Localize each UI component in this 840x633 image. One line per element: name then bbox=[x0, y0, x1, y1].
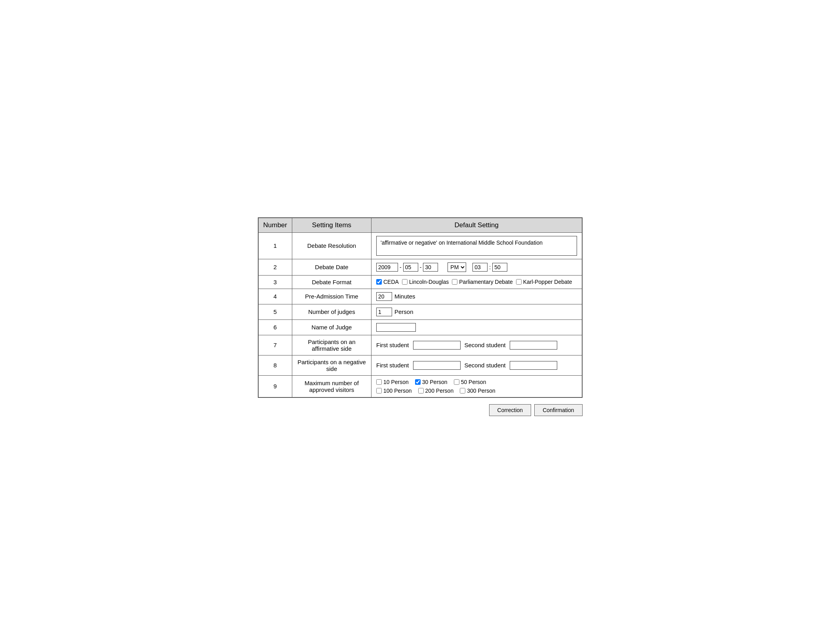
format-ceda-text: CEDA bbox=[383, 279, 399, 285]
row-1-value: 'affirmative or negative' on Internation… bbox=[371, 232, 582, 259]
visitor-50-label[interactable]: 50 Person bbox=[454, 379, 486, 385]
visitor-300-text: 300 Person bbox=[467, 388, 495, 394]
pre-admission-input[interactable] bbox=[376, 292, 392, 301]
page-wrapper: Number Setting Items Default Setting 1 D… bbox=[242, 201, 598, 432]
row-4-value: Minutes bbox=[371, 289, 582, 304]
affirmative-first-label: First student bbox=[376, 342, 409, 348]
format-kp-label[interactable]: Karl-Popper Debate bbox=[516, 279, 572, 285]
row-1-number: 1 bbox=[258, 232, 292, 259]
table-row: 2 Debate Date - - PM AM bbox=[258, 259, 582, 275]
negative-students: First student Second student bbox=[376, 361, 577, 370]
table-row: 5 Number of judges Person bbox=[258, 304, 582, 319]
affirmative-first-input[interactable] bbox=[413, 341, 461, 350]
year-input[interactable] bbox=[376, 263, 398, 272]
format-ld-text: Lincoln-Douglas bbox=[409, 279, 449, 285]
row-7-value: First student Second student bbox=[371, 335, 582, 355]
table-row: 7 Participants on an affirmative side Fi… bbox=[258, 335, 582, 355]
negative-second-input[interactable] bbox=[510, 361, 557, 370]
table-row: 3 Debate Format CEDA Lincoln-Douglas bbox=[258, 275, 582, 289]
buttons-row: Correction Confirmation bbox=[258, 404, 583, 416]
visitors-row-1: 10 Person 30 Person 50 Person bbox=[376, 379, 577, 385]
row-4-setting: Pre-Admission Time bbox=[292, 289, 371, 304]
ampm-select[interactable]: PM AM bbox=[448, 262, 466, 272]
date-sep-1: - bbox=[400, 264, 402, 270]
row-5-value: Person bbox=[371, 304, 582, 319]
row-8-setting: Participants on a negative side bbox=[292, 355, 371, 375]
visitor-100-label[interactable]: 100 Person bbox=[376, 388, 412, 394]
affirmative-students: First student Second student bbox=[376, 341, 577, 350]
visitor-10-label[interactable]: 10 Person bbox=[376, 379, 409, 385]
date-sep-2: - bbox=[420, 264, 422, 270]
row-4-number: 4 bbox=[258, 289, 292, 304]
format-ceda-checkbox[interactable] bbox=[376, 279, 382, 285]
table-row: 8 Participants on a negative side First … bbox=[258, 355, 582, 375]
table-header-row: Number Setting Items Default Setting bbox=[258, 218, 582, 233]
row-2-value: - - PM AM : bbox=[371, 259, 582, 275]
visitor-10-checkbox[interactable] bbox=[376, 379, 382, 385]
format-parl-text: Parliamentary Debate bbox=[459, 279, 512, 285]
format-kp-text: Karl-Popper Debate bbox=[523, 279, 572, 285]
visitor-300-label[interactable]: 300 Person bbox=[460, 388, 495, 394]
header-setting-items: Setting Items bbox=[292, 218, 371, 233]
settings-table: Number Setting Items Default Setting 1 D… bbox=[258, 217, 583, 398]
negative-first-input[interactable] bbox=[413, 361, 461, 370]
table-row: 1 Debate Resolution 'affirmative or nega… bbox=[258, 232, 582, 259]
affirmative-second-input[interactable] bbox=[510, 341, 557, 350]
row-1-setting: Debate Resolution bbox=[292, 232, 371, 259]
pre-admission-group: Minutes bbox=[376, 292, 577, 301]
day-input[interactable] bbox=[423, 263, 438, 272]
judges-unit: Person bbox=[394, 308, 413, 315]
visitor-100-checkbox[interactable] bbox=[376, 388, 382, 393]
visitor-30-checkbox[interactable] bbox=[415, 379, 421, 385]
visitor-300-checkbox[interactable] bbox=[460, 388, 465, 393]
date-row: - - PM AM : bbox=[376, 262, 577, 272]
visitor-50-checkbox[interactable] bbox=[454, 379, 459, 385]
visitor-200-label[interactable]: 200 Person bbox=[418, 388, 454, 394]
hour-input[interactable] bbox=[472, 263, 488, 272]
visitor-30-text: 30 Person bbox=[422, 379, 448, 385]
minute-input[interactable] bbox=[492, 263, 507, 272]
row-5-number: 5 bbox=[258, 304, 292, 319]
judge-name-input[interactable] bbox=[376, 323, 416, 332]
row-6-number: 6 bbox=[258, 319, 292, 335]
row-7-number: 7 bbox=[258, 335, 292, 355]
visitor-10-text: 10 Person bbox=[383, 379, 409, 385]
negative-first-label: First student bbox=[376, 362, 409, 369]
visitor-50-text: 50 Person bbox=[461, 379, 486, 385]
table-row: 6 Name of Judge bbox=[258, 319, 582, 335]
format-ld-checkbox[interactable] bbox=[402, 279, 408, 285]
affirmative-second-label: Second student bbox=[465, 342, 506, 348]
format-ceda-label[interactable]: CEDA bbox=[376, 279, 399, 285]
visitors-grid: 10 Person 30 Person 50 Person bbox=[376, 379, 577, 394]
format-parl-checkbox[interactable] bbox=[452, 279, 457, 285]
visitors-row-2: 100 Person 200 Person 300 Person bbox=[376, 388, 577, 394]
visitor-200-checkbox[interactable] bbox=[418, 388, 424, 393]
row-9-value: 10 Person 30 Person 50 Person bbox=[371, 375, 582, 397]
confirmation-button[interactable]: Confirmation bbox=[534, 404, 582, 416]
row-8-number: 8 bbox=[258, 355, 292, 375]
pre-admission-unit: Minutes bbox=[394, 293, 415, 300]
row-2-number: 2 bbox=[258, 259, 292, 275]
visitor-100-text: 100 Person bbox=[383, 388, 412, 394]
row-3-value: CEDA Lincoln-Douglas Parliamentary Debat… bbox=[371, 275, 582, 289]
row-9-setting: Maximum number of approved visitors bbox=[292, 375, 371, 397]
correction-button[interactable]: Correction bbox=[489, 404, 531, 416]
format-ld-label[interactable]: Lincoln-Douglas bbox=[402, 279, 449, 285]
time-sep: : bbox=[489, 264, 491, 270]
judges-count-input[interactable] bbox=[376, 308, 392, 316]
table-row: 4 Pre-Admission Time Minutes bbox=[258, 289, 582, 304]
row-6-setting: Name of Judge bbox=[292, 319, 371, 335]
month-input[interactable] bbox=[403, 263, 418, 272]
header-default-setting: Default Setting bbox=[371, 218, 582, 233]
format-kp-checkbox[interactable] bbox=[516, 279, 522, 285]
row-8-value: First student Second student bbox=[371, 355, 582, 375]
format-row: CEDA Lincoln-Douglas Parliamentary Debat… bbox=[376, 279, 577, 285]
visitor-200-text: 200 Person bbox=[425, 388, 454, 394]
row-6-value bbox=[371, 319, 582, 335]
row-2-setting: Debate Date bbox=[292, 259, 371, 275]
row-3-number: 3 bbox=[258, 275, 292, 289]
visitor-30-label[interactable]: 30 Person bbox=[415, 379, 448, 385]
row-7-setting: Participants on an affirmative side bbox=[292, 335, 371, 355]
row-3-setting: Debate Format bbox=[292, 275, 371, 289]
format-parl-label[interactable]: Parliamentary Debate bbox=[452, 279, 512, 285]
